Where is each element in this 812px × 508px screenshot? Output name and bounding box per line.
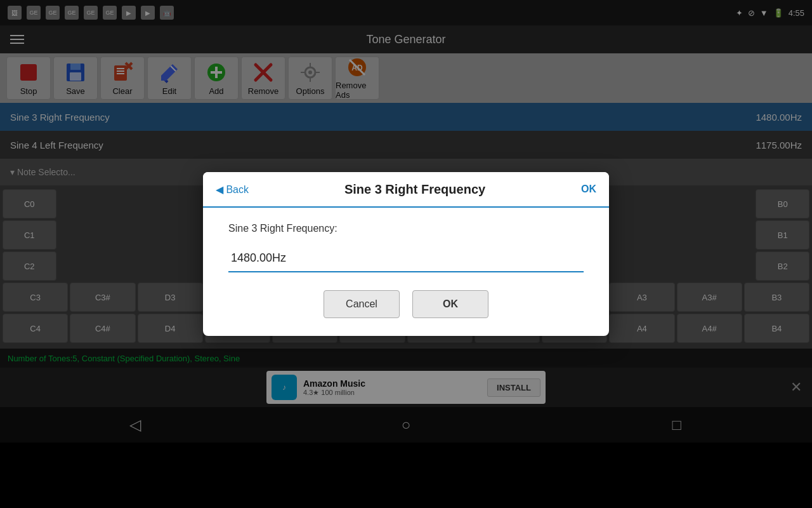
dialog-field-label: Sine 3 Right Frequency:	[228, 223, 584, 234]
dialog-body: Sine 3 Right Frequency: Cancel OK	[203, 208, 609, 336]
dialog-ok-button[interactable]: OK	[412, 290, 488, 318]
dialog-buttons: Cancel OK	[228, 290, 584, 318]
overlay: ◀ Back Sine 3 Right Frequency OK Sine 3 …	[0, 0, 812, 508]
dialog-cancel-button[interactable]: Cancel	[324, 290, 400, 318]
dialog: ◀ Back Sine 3 Right Frequency OK Sine 3 …	[203, 172, 609, 336]
dialog-header: ◀ Back Sine 3 Right Frequency OK	[203, 172, 609, 208]
dialog-title: Sine 3 Right Frequency	[344, 182, 485, 197]
dialog-header-ok-button[interactable]: OK	[581, 184, 596, 195]
dialog-input[interactable]	[228, 244, 584, 272]
dialog-back-button[interactable]: ◀ Back	[216, 184, 249, 196]
